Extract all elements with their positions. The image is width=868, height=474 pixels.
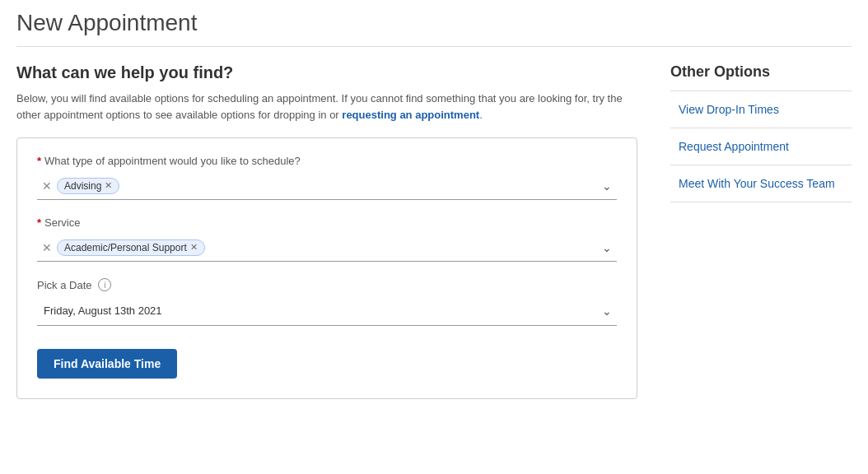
appointment-type-label: * What type of appointment would you lik… [37,155,617,167]
date-field: Pick a Date i Friday, August 13th 2021 ⌄ [37,278,617,326]
view-drop-in-times-link[interactable]: View Drop-In Times [670,91,852,128]
other-options-title: Other Options [670,63,852,81]
service-tag-close[interactable]: ✕ [190,242,198,253]
find-available-time-button[interactable]: Find Available Time [37,349,177,379]
service-field: * Service ✕ Academic/Personal Support ✕ … [37,216,617,262]
date-chevron-icon: ⌄ [602,304,612,318]
required-star-1: * [37,155,41,167]
appointment-type-chevron-icon: ⌄ [602,179,612,193]
date-label: Pick a Date i [37,278,617,291]
date-select-wrapper[interactable]: Friday, August 13th 2021 ⌄ [37,296,617,326]
appointment-type-select[interactable]: ✕ Advising ✕ [37,172,617,200]
meet-success-team-link[interactable]: Meet With Your Success Team [670,165,852,202]
date-info-icon[interactable]: i [98,278,111,291]
request-appointment-link[interactable]: Request Appointment [670,128,852,165]
service-select[interactable]: ✕ Academic/Personal Support ✕ [37,234,617,262]
description-text: Below, you will find available options f… [16,91,637,123]
appointment-type-field: * What type of appointment would you lik… [37,155,617,200]
appointment-type-tag: Advising ✕ [57,178,119,194]
section-heading: What can we help you find? [16,63,637,82]
required-star-2: * [37,216,41,229]
service-clear[interactable]: ✕ [42,241,52,254]
service-tag: Academic/Personal Support ✕ [57,239,205,256]
appointment-type-tag-close[interactable]: ✕ [105,180,112,191]
page-title: New Appointment [16,10,852,36]
service-chevron-icon: ⌄ [602,241,612,254]
appointment-type-select-wrapper[interactable]: ✕ Advising ✕ ⌄ [37,172,617,200]
requesting-link[interactable]: requesting an appointment [342,109,479,121]
service-select-wrapper[interactable]: ✕ Academic/Personal Support ✕ ⌄ [37,234,617,262]
title-divider [16,46,852,47]
left-section: What can we help you find? Below, you wi… [16,63,637,399]
right-section: Other Options View Drop-In Times Request… [670,63,852,399]
form-card: * What type of appointment would you lik… [16,137,637,399]
date-select[interactable]: Friday, August 13th 2021 [37,296,617,326]
service-label: * Service [37,216,617,229]
appointment-type-clear[interactable]: ✕ [42,179,52,193]
